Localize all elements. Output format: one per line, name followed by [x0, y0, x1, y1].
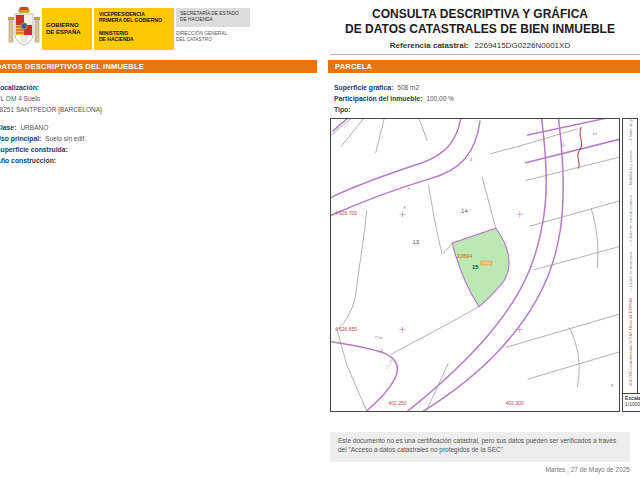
parcel-label-14: 14	[461, 208, 468, 214]
section-header-datos-descriptivos: DATOS DESCRIPTIVOS DEL INMUEBLE	[0, 60, 317, 73]
participacion-label: Participación del inmueble:	[334, 95, 422, 102]
section-header-parcela: PARCELA	[328, 60, 640, 73]
house-number: 11	[560, 142, 566, 148]
secretaria-line2: DE HACIENDA	[180, 17, 250, 23]
localizacion-label: Localización:	[0, 84, 39, 91]
participacion-value: 100,00 %	[426, 95, 453, 102]
house-number: 8	[403, 205, 406, 210]
field-localizacion: Localización:	[0, 84, 43, 91]
document-title: CONSULTA DESCRIPTIVA Y GRÁFICA DE DATOS …	[320, 7, 640, 37]
highlighted-parcel-shape	[452, 228, 509, 306]
clase-value: URBANO	[20, 124, 48, 131]
ministry-block: VICEPRESIDENCIA PRIMERA DEL GOBIERNO MIN…	[94, 8, 174, 50]
gobierno-line1: GOBIERNO	[46, 22, 92, 29]
legend-item: —Mobiliario y aceras	[628, 150, 633, 190]
secretaria-block: SECRETARÍA DE ESTADO DE HACIENDA	[176, 8, 250, 27]
legend-item: —Límite de construcciones	[628, 195, 633, 247]
address-line1: CL OM 4 Suelo	[0, 95, 40, 102]
anio-construccion-label: Año construcción:	[0, 157, 56, 164]
field-tipo: Tipo:	[334, 106, 355, 113]
field-superficie-construida: Superficie construida:	[0, 146, 72, 153]
hydrography-symbol	[578, 127, 582, 169]
house-number: 8	[611, 383, 614, 388]
direccion-line2: DEL CATASTRO	[176, 37, 250, 43]
gobierno-line2: DE ESPAÑA	[46, 29, 92, 36]
document-date: Martes , 27 de Mayo de 2025	[400, 466, 630, 473]
catastro-document: { "colors": { "accent_orange": "#E5750F"…	[0, 0, 640, 480]
legend-item-label: Límite de manzana	[628, 252, 633, 288]
map-scale-box: Escala 1/1000	[622, 393, 640, 412]
direccion-general-block: DIRECCIÓN GENERAL DEL CATASTRO	[176, 31, 250, 42]
map-legend: 402.000 Coordenadas U.T.M. Huso 31 ETRS8…	[622, 118, 638, 412]
tipo-label: Tipo:	[334, 106, 351, 113]
superficie-construida-label: Superficie construida:	[0, 146, 68, 153]
field-participacion: Participación del inmueble:100,00 %	[334, 95, 454, 102]
left-panel-title: DATOS DESCRIPTIVOS DEL INMUEBLE	[0, 62, 144, 71]
cadastral-map: 13 14 22694 15 9 8 4 11 10 13 8 4.626.70…	[330, 118, 620, 412]
gobierno-espana-logo: GOBIERNO DE ESPAÑA	[42, 8, 92, 50]
utm-coordinate-label: 402.250	[389, 401, 407, 406]
field-clase: Clase:URBANO	[0, 124, 48, 131]
legend-line-sample: —	[628, 186, 633, 190]
house-number: 10	[592, 131, 597, 136]
superficie-grafica-label: Superficie gráfica:	[334, 84, 393, 91]
legend-line-sample: —	[628, 141, 633, 145]
scale-value: 1/1000	[625, 401, 640, 407]
cadastral-reference: Referencia catastral:2269415DG0226N0001X…	[320, 41, 640, 50]
reference-value: 2269415DG0226N0001XD	[475, 41, 571, 50]
disclaimer-text: Este documento no es una certificación c…	[338, 437, 616, 453]
highlight-parcel-sub: 15	[472, 264, 479, 270]
parcel-label-13: 13	[412, 239, 419, 245]
parcel-panel-title: PARCELA	[335, 62, 372, 71]
legend-item: —Límite de parcela	[628, 118, 633, 145]
uso-value: Suelo sin edif.	[45, 135, 86, 142]
legend-coordinates-note: 402.000 Coordenadas U.T.M. Huso 31 ETRS8…	[628, 298, 633, 386]
street-label: CL Om	[384, 356, 395, 370]
parcel-tag-box	[481, 261, 492, 265]
title-line1: CONSULTA DESCRIPTIVA Y GRÁFICA	[320, 7, 640, 22]
house-number: 9	[407, 186, 410, 191]
address-line2: 08251 SANTPEDOR [BARCELONA]	[0, 106, 102, 113]
reference-divider	[330, 54, 640, 55]
legend-item-label: Mobiliario y aceras	[628, 150, 633, 185]
field-superficie-grafica: Superficie gráfica:508 m2	[334, 84, 419, 91]
disclaimer-box: Este documento no es una certificación c…	[330, 432, 630, 462]
field-anio-construccion: Año construcción:	[0, 157, 60, 164]
field-uso-principal: Uso principal:Suelo sin edif.	[0, 135, 86, 142]
spain-coat-of-arms-icon	[8, 6, 40, 54]
utm-coordinate-label: 4.626.650	[335, 327, 357, 332]
utm-coordinate-label: 4.626.700	[335, 211, 357, 216]
legend-line-sample: —	[628, 288, 633, 292]
legend-item-label: Límite de parcela	[628, 118, 633, 140]
uso-label: Uso principal:	[0, 135, 41, 142]
legend-item: —Límite de manzana	[628, 252, 633, 293]
ministerio-line2: DE HACIENDA	[99, 36, 174, 42]
house-number: 4	[470, 157, 473, 162]
legend-line-sample: —	[628, 243, 633, 247]
reference-label: Referencia catastral:	[390, 41, 469, 50]
superficie-grafica-value: 508 m2	[397, 84, 419, 91]
title-line2: DE DATOS CATASTRALES DE BIEN INMUEBLE	[320, 22, 640, 37]
street-label: l'Om	[375, 335, 384, 340]
utm-coordinate-label: 402.300	[506, 401, 524, 406]
legend-item-label: Límite de construcciones	[628, 195, 633, 241]
highlight-parcel-number: 22694	[457, 253, 472, 259]
clase-label: Clase:	[0, 124, 16, 131]
